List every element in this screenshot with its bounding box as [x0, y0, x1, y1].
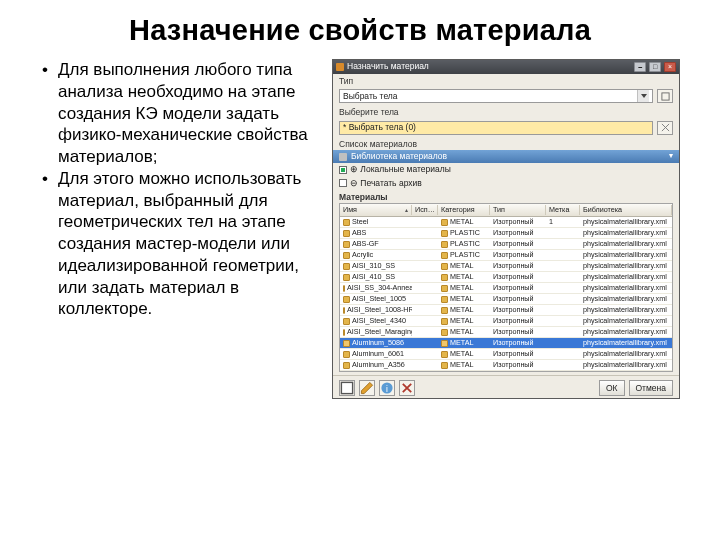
type-picker-button[interactable] [657, 89, 673, 103]
folder-icon [441, 296, 448, 303]
col-name[interactable]: Имя▴ [340, 205, 412, 215]
folder-icon [441, 351, 448, 358]
material-icon [343, 285, 345, 292]
material-dialog: Назначить материал ‒ □ × Тип Выбрать тел… [332, 59, 680, 399]
dialog-titlebar: Назначить материал ‒ □ × [333, 60, 679, 74]
slide-title: Назначение свойств материала [40, 14, 680, 47]
svg-rect-1 [341, 383, 352, 394]
material-icon [343, 318, 350, 325]
print-archive-checkbox[interactable] [339, 179, 347, 187]
type-dropdown[interactable]: Выбрать тела [339, 89, 653, 103]
table-row[interactable]: ABS-GFPLASTICИзотропныйphysicalmateriall… [340, 239, 672, 250]
choose-body-field[interactable]: * Выбрать тела (0) [339, 121, 653, 135]
section-type-label: Тип [333, 74, 679, 87]
table-row[interactable]: ABSPLASTICИзотропныйphysicalmateriallibr… [340, 228, 672, 239]
folder-icon [441, 263, 448, 270]
bullet-list: Для выполнения любого типа анализа необх… [40, 59, 320, 320]
table-row[interactable]: AISI_SS_304-AnnealedMETALИзотропныйphysi… [340, 283, 672, 294]
col-label[interactable]: Метка [546, 205, 580, 215]
svg-text:i: i [386, 384, 388, 394]
col-category[interactable]: Категория [438, 205, 490, 215]
material-icon [343, 362, 350, 369]
local-materials-label: ⊕ Локальные материалы [350, 165, 451, 174]
chevron-down-icon [637, 90, 649, 102]
materials-table: Имя▴ Исп…▴ Категория Тип Метка Библиотек… [339, 203, 673, 372]
folder-icon [441, 219, 448, 226]
bullet-item: Для этого можно использовать материал, в… [40, 168, 320, 320]
table-row[interactable]: AISI_Steel_1008-HRMETALИзотропныйphysica… [340, 305, 672, 316]
table-row[interactable]: AISI_310_SSMETALИзотропныйphysicalmateri… [340, 261, 672, 272]
material-icon [343, 296, 350, 303]
choose-body-label: Выберите тела [333, 105, 679, 118]
folder-icon [441, 329, 448, 336]
table-header: Имя▴ Исп…▴ Категория Тип Метка Библиотек… [340, 204, 672, 217]
local-materials-checkbox[interactable] [339, 166, 347, 174]
dialog-title: Назначить материал [347, 62, 429, 71]
folder-icon [441, 230, 448, 237]
library-icon [339, 153, 347, 161]
new-material-button[interactable] [339, 380, 355, 396]
print-archive-label: ⊖ Печатать архив [350, 179, 422, 188]
cancel-button[interactable]: Отмена [629, 380, 674, 396]
folder-icon [441, 307, 448, 314]
minimize-button[interactable]: ‒ [634, 62, 646, 72]
col-type[interactable]: Тип [490, 205, 546, 215]
table-row[interactable]: AcrylicPLASTICИзотропныйphysicalmaterial… [340, 250, 672, 261]
material-icon [343, 252, 350, 259]
table-row[interactable]: AISI_Steel_1005METALИзотропныйphysicalma… [340, 294, 672, 305]
info-button[interactable]: i [379, 380, 395, 396]
material-icon [343, 241, 350, 248]
material-list-label: Список материалов [333, 137, 679, 150]
material-icon [343, 340, 350, 347]
choose-body-picker-button[interactable] [657, 121, 673, 135]
material-icon [343, 329, 345, 336]
folder-icon [441, 362, 448, 369]
col-used[interactable]: Исп…▴ [412, 205, 438, 215]
type-dropdown-value: Выбрать тела [343, 92, 398, 101]
edit-material-button[interactable] [359, 380, 375, 396]
maximize-button[interactable]: □ [649, 62, 661, 72]
table-row[interactable]: Aluminum_6061METALИзотропныйphysicalmate… [340, 349, 672, 360]
material-icon [343, 307, 345, 314]
delete-button[interactable] [399, 380, 415, 396]
col-library[interactable]: Библиотека [580, 205, 672, 215]
material-icon [343, 219, 350, 226]
table-row[interactable]: Aluminum_A356METALИзотропныйphysicalmate… [340, 360, 672, 371]
ok-button[interactable]: ОК [599, 380, 625, 396]
bullet-item: Для выполнения любого типа анализа необх… [40, 59, 320, 168]
close-button[interactable]: × [664, 62, 676, 72]
library-header[interactable]: Библиотека материалов ▾ [333, 150, 679, 163]
folder-icon [441, 241, 448, 248]
folder-icon [441, 252, 448, 259]
material-icon [343, 351, 350, 358]
folder-icon [441, 318, 448, 325]
table-row[interactable]: AISI_Steel_4340METALИзотропныйphysicalma… [340, 316, 672, 327]
material-icon [343, 263, 350, 270]
dialog-icon [336, 63, 344, 71]
table-row[interactable]: AISI_410_SSMETALИзотропныйphysicalmateri… [340, 272, 672, 283]
folder-icon [441, 274, 448, 281]
svg-rect-0 [661, 93, 668, 100]
materials-label: Материалы [333, 190, 679, 203]
table-row[interactable]: Aluminum_5086METALИзотропныйphysicalmate… [340, 338, 672, 349]
material-icon [343, 230, 350, 237]
table-row[interactable]: AISI_Steel_MaragingMETALИзотропныйphysic… [340, 327, 672, 338]
folder-icon [441, 340, 448, 347]
table-row[interactable]: SteelMETALИзотропный1physicalmateriallib… [340, 217, 672, 228]
choose-body-value: * Выбрать тела (0) [343, 123, 416, 132]
library-header-label: Библиотека материалов [351, 152, 447, 161]
table-body: SteelMETALИзотропный1physicalmateriallib… [340, 217, 672, 371]
folder-icon [441, 285, 448, 292]
material-icon [343, 274, 350, 281]
chevron-down-icon: ▾ [669, 152, 673, 161]
dialog-toolbar: i ОК Отмена [333, 375, 679, 398]
